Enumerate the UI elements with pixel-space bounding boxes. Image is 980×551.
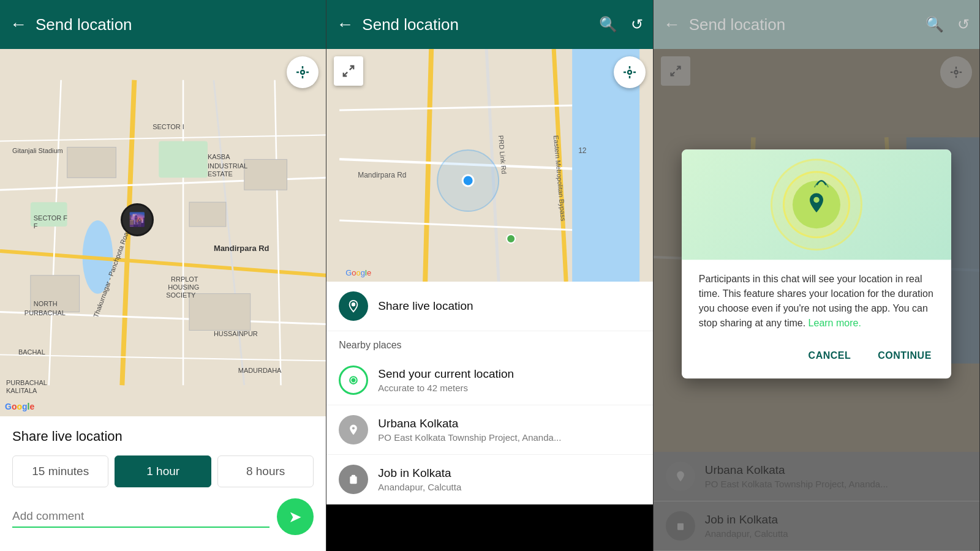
place-icon-0 bbox=[339, 415, 368, 444]
place-address-1: Anandapur, Calcutta bbox=[378, 482, 640, 492]
svg-point-87 bbox=[813, 197, 819, 203]
svg-point-56 bbox=[462, 175, 473, 186]
svg-rect-12 bbox=[159, 141, 208, 178]
svg-rect-15 bbox=[189, 202, 226, 227]
panel2-content: Share live location Nearby places Send y… bbox=[326, 282, 652, 504]
locate-me-button-1[interactable] bbox=[287, 56, 318, 88]
svg-text:Gitanjali Stadium: Gitanjali Stadium bbox=[12, 147, 63, 154]
current-location-icon bbox=[339, 365, 368, 395]
panel-1: ← Send location bbox=[0, 0, 326, 551]
svg-text:F: F bbox=[34, 222, 38, 230]
svg-point-38 bbox=[301, 70, 304, 74]
svg-point-69 bbox=[352, 427, 355, 429]
back-button-1[interactable]: ← bbox=[10, 15, 27, 34]
current-location-text: Send your current location Accurate to 4… bbox=[378, 367, 640, 393]
place-address-0: PO East Kolkata Township Project, Ananda… bbox=[378, 432, 640, 443]
svg-point-66 bbox=[352, 303, 355, 306]
map-area-2: Eastern Metropolitan Bypass PRD Link Rd … bbox=[326, 49, 652, 282]
svg-text:SOCIETY: SOCIETY bbox=[166, 291, 196, 299]
place-icon-1 bbox=[339, 465, 368, 494]
svg-text:PURBACHAL: PURBACHAL bbox=[24, 309, 66, 317]
svg-rect-70 bbox=[350, 477, 356, 484]
share-live-title: Share live location bbox=[12, 429, 314, 444]
comment-row: ➤ bbox=[12, 498, 314, 541]
header-title-1: Send location bbox=[36, 15, 316, 34]
panel-2: ← Send location 🔍 ↺ Eastern Metropolitan… bbox=[326, 0, 653, 551]
svg-text:KASBA: KASBA bbox=[208, 153, 230, 160]
header-2: ← Send location 🔍 ↺ bbox=[326, 0, 652, 49]
svg-text:HOUSING: HOUSING bbox=[168, 283, 199, 291]
duration-1hour[interactable]: 1 hour bbox=[115, 455, 211, 487]
svg-text:RRPLOT: RRPLOT bbox=[171, 276, 198, 283]
back-button-2[interactable]: ← bbox=[336, 15, 353, 34]
svg-text:SECTOR F: SECTOR F bbox=[34, 214, 67, 222]
user-avatar: 🌆 bbox=[121, 203, 154, 236]
header-1: ← Send location bbox=[0, 0, 326, 49]
svg-text:ESTATE: ESTATE bbox=[208, 170, 233, 178]
share-live-icon bbox=[339, 291, 368, 321]
svg-text:PURBACHAL: PURBACHAL bbox=[6, 379, 47, 386]
send-arrow-icon: ➤ bbox=[288, 508, 302, 527]
svg-text:NORTH: NORTH bbox=[34, 300, 58, 307]
share-live-label: Share live location bbox=[378, 299, 640, 313]
place-text-0: Urbana Kolkata PO East Kolkata Township … bbox=[378, 417, 640, 443]
header-title-2: Send location bbox=[362, 15, 585, 34]
send-button[interactable]: ➤ bbox=[277, 498, 314, 535]
refresh-icon-2[interactable]: ↺ bbox=[631, 16, 643, 33]
svg-text:12: 12 bbox=[578, 146, 587, 155]
svg-text:INDUSTRIAL: INDUSTRIAL bbox=[208, 162, 247, 170]
svg-text:KALITALA: KALITALA bbox=[6, 387, 37, 394]
dialog-body: Participants in this chat will see your … bbox=[682, 260, 951, 340]
share-live-text: Share live location bbox=[378, 299, 640, 313]
bottom-section-1: Share live location 15 minutes 1 hour 8 … bbox=[0, 416, 326, 551]
svg-text:SECTOR I: SECTOR I bbox=[153, 123, 184, 130]
refresh-icon-3[interactable]: ↺ bbox=[957, 16, 970, 33]
dialog-illustration bbox=[682, 149, 951, 260]
duration-row: 15 minutes 1 hour 8 hours bbox=[12, 455, 314, 487]
dialog-learn-more-link[interactable]: Learn more. bbox=[809, 318, 861, 328]
locate-me-button-2[interactable] bbox=[614, 56, 646, 88]
svg-text:Mandirpara Rd: Mandirpara Rd bbox=[358, 171, 406, 179]
live-location-dialog: Participants in this chat will see your … bbox=[682, 149, 951, 378]
google-logo-1: Google bbox=[5, 402, 34, 411]
dialog-cancel-button[interactable]: CANCEL bbox=[801, 345, 859, 366]
place-name-1: Job in Kolkata bbox=[378, 467, 640, 480]
share-live-item[interactable]: Share live location bbox=[326, 282, 652, 331]
svg-rect-16 bbox=[244, 159, 287, 190]
current-location-accuracy: Accurate to 42 meters bbox=[378, 383, 640, 393]
place-item-1[interactable]: Job in Kolkata Anandapur, Calcutta bbox=[326, 455, 652, 504]
svg-point-57 bbox=[507, 234, 515, 243]
place-name-0: Urbana Kolkata bbox=[378, 417, 640, 430]
current-location-item[interactable]: Send your current location Accurate to 4… bbox=[326, 356, 652, 405]
svg-text:Mandirpara Rd: Mandirpara Rd bbox=[214, 244, 270, 253]
svg-point-61 bbox=[628, 70, 631, 74]
svg-rect-14 bbox=[67, 147, 116, 178]
dialog-continue-button[interactable]: CONTINUE bbox=[870, 345, 939, 366]
header-3: ← Send location 🔍 ↺ bbox=[654, 0, 979, 49]
duration-15min[interactable]: 15 minutes bbox=[12, 455, 108, 487]
search-icon-2[interactable]: 🔍 bbox=[599, 16, 617, 33]
svg-text:MADURDAHA: MADURDAHA bbox=[238, 367, 282, 374]
dialog-actions: CANCEL CONTINUE bbox=[682, 340, 951, 378]
map-area-1: Gitanjali Stadium SECTOR I KASBA INDUSTR… bbox=[0, 49, 326, 416]
nearby-label: Nearby places bbox=[326, 331, 652, 356]
header-title-3: Send location bbox=[689, 15, 912, 34]
back-button-3[interactable]: ← bbox=[663, 15, 680, 34]
svg-text:BACHAL: BACHAL bbox=[18, 348, 45, 356]
svg-rect-18 bbox=[189, 294, 251, 331]
duration-8hours[interactable]: 8 hours bbox=[217, 455, 314, 487]
expand-map-button[interactable] bbox=[334, 56, 363, 86]
comment-input[interactable] bbox=[12, 506, 270, 528]
current-location-label: Send your current location bbox=[378, 367, 640, 381]
svg-point-67 bbox=[352, 379, 355, 382]
place-item-0[interactable]: Urbana Kolkata PO East Kolkata Township … bbox=[326, 405, 652, 455]
search-icon-3[interactable]: 🔍 bbox=[925, 16, 944, 33]
svg-text:HUSSAINPUR: HUSSAINPUR bbox=[214, 330, 258, 337]
place-text-1: Job in Kolkata Anandapur, Calcutta bbox=[378, 467, 640, 492]
panel-3: ← Send location 🔍 ↺ 12 bbox=[654, 0, 980, 551]
svg-text:Google: Google bbox=[345, 268, 371, 277]
